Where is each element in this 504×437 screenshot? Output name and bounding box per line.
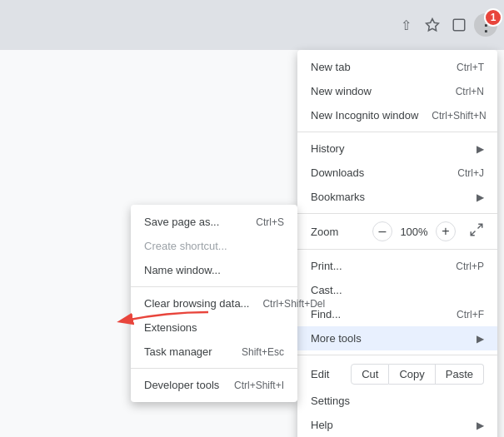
more-tools-submenu: Save page as... Ctrl+S Create shortcut..… <box>131 205 297 402</box>
fullscreen-icon[interactable] <box>469 222 484 241</box>
paste-button[interactable]: Paste <box>436 364 484 385</box>
menu-item-new-window[interactable]: New window Ctrl+N <box>297 79 497 103</box>
svg-marker-0 <box>427 19 439 31</box>
submenu-item-name-window[interactable]: Name window... <box>131 258 297 282</box>
menu-item-help[interactable]: Help ▶ <box>297 413 497 437</box>
menu-item-more-tools[interactable]: More tools ▶ <box>297 326 497 350</box>
menu-item-history[interactable]: History ▶ <box>297 137 497 161</box>
menu-item-print[interactable]: Print... Ctrl+P <box>297 254 497 278</box>
menu-item-settings[interactable]: Settings <box>297 389 497 413</box>
menu-divider-3 <box>297 249 497 250</box>
tab-overview-icon[interactable] <box>447 13 471 37</box>
menu-divider-2 <box>297 213 497 214</box>
page-content: New tab Ctrl+T New window Ctrl+N New Inc… <box>0 50 504 437</box>
edit-buttons: Cut Copy Paste <box>351 364 484 385</box>
submenu-item-extensions[interactable]: Extensions <box>131 315 297 340</box>
share-icon[interactable]: ⇧ <box>394 13 417 37</box>
submenu-item-save-page[interactable]: Save page as... Ctrl+S <box>131 210 297 234</box>
menu-item-downloads[interactable]: Downloads Ctrl+J <box>297 161 497 185</box>
zoom-increase-button[interactable]: + <box>436 221 456 241</box>
submenu-item-developer-tools[interactable]: Developer tools Ctrl+Shift+I <box>131 373 297 397</box>
svg-line-3 <box>471 231 475 236</box>
menu-item-cast[interactable]: Cast... <box>297 278 497 302</box>
menu-button-wrapper: ⋮ 1 <box>474 13 497 37</box>
menu-divider-1 <box>297 132 497 132</box>
svg-rect-1 <box>453 19 465 31</box>
submenu-item-create-shortcut[interactable]: Create shortcut... <box>131 234 297 258</box>
submenu-divider-2 <box>131 368 297 369</box>
cut-button[interactable]: Cut <box>351 364 389 385</box>
zoom-row: Zoom – 100% + <box>297 218 497 245</box>
menu-item-find[interactable]: Find... Ctrl+F <box>297 302 497 326</box>
toolbar-icons: ⇧ ⋮ 1 <box>394 13 497 37</box>
copy-button[interactable]: Copy <box>389 364 435 385</box>
menu-item-new-tab[interactable]: New tab Ctrl+T <box>297 55 497 79</box>
menu-divider-4 <box>297 355 497 355</box>
submenu-divider-1 <box>131 286 297 287</box>
browser-chrome: ⇧ ⋮ 1 <box>0 0 504 50</box>
submenu-item-task-manager[interactable]: Task manager Shift+Esc <box>131 340 297 364</box>
menu-item-new-incognito[interactable]: New Incognito window Ctrl+Shift+N <box>297 103 497 127</box>
zoom-value: 100% <box>399 226 429 238</box>
submenu-item-clear-browsing[interactable]: Clear browsing data... Ctrl+Shift+Del <box>131 291 297 315</box>
zoom-controls: – 100% + <box>372 221 484 241</box>
annotation-badge-1: 1 <box>484 8 502 27</box>
zoom-decrease-button[interactable]: – <box>372 221 392 241</box>
edit-row: Edit Cut Copy Paste <box>297 360 497 389</box>
menu-item-bookmarks[interactable]: Bookmarks ▶ <box>297 185 497 209</box>
svg-line-2 <box>478 224 482 228</box>
main-menu: New tab Ctrl+T New window Ctrl+N New Inc… <box>297 50 497 437</box>
bookmark-star-icon[interactable] <box>421 13 444 37</box>
